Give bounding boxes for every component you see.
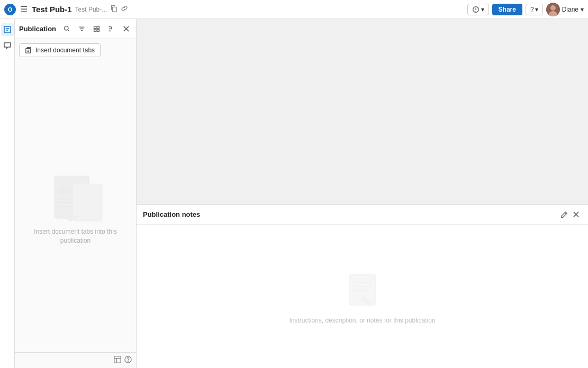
user-menu[interactable]: Diane ▾ [546,3,584,16]
svg-point-3 [550,5,556,11]
notes-empty-illustration [341,269,384,311]
filter-button[interactable] [76,23,87,35]
help-button[interactable]: ? ▾ [526,4,543,15]
empty-state-illustration: On [44,168,107,221]
help-label: ? [530,6,534,13]
sidebar-footer [15,352,136,368]
document-subtitle: Test Pub-... [75,6,107,13]
list-view-button[interactable] [91,23,102,35]
insert-btn-label: Insert document tabs [35,47,95,54]
svg-rect-18 [349,274,376,305]
user-name: Diane [562,6,578,13]
svg-rect-14 [73,184,102,221]
main-layout: Publication [0,19,588,368]
svg-rect-0 [113,7,117,12]
pub-notes-title: Publication notes [143,210,558,218]
svg-point-17 [128,362,129,362]
close-sidebar-button[interactable] [120,23,132,35]
user-chevron: ▾ [581,6,584,13]
comments-tab-icon[interactable] [1,39,14,52]
tree-view-button[interactable] [105,23,117,35]
insert-btn-area: Insert document tabs [15,39,136,61]
publication-notes-panel: Publication notes [137,204,588,368]
svg-rect-8 [97,26,99,29]
sidebar: Publication [15,19,137,368]
sidebar-header: Publication [15,19,136,39]
tools-chevron: ▾ [481,6,484,13]
sidebar-empty-state: On Insert document tabs into this public… [15,61,136,352]
svg-rect-7 [94,26,96,29]
document-title: Test Pub-1 [32,5,72,14]
svg-rect-5 [4,26,11,33]
app-logo: O [4,4,16,15]
publication-tab-icon[interactable] [1,23,14,36]
tools-button[interactable]: ▾ [467,4,489,15]
svg-rect-9 [94,29,96,31]
hamburger-menu[interactable]: ☰ [19,3,29,15]
layout-icon[interactable] [114,356,121,365]
search-button[interactable] [61,23,73,35]
svg-rect-15 [114,356,121,363]
insert-document-tabs-button[interactable]: Insert document tabs [19,43,101,57]
help-icon[interactable] [124,356,132,365]
content-area: Publication notes [137,19,588,368]
avatar [546,3,560,16]
svg-rect-10 [97,29,99,31]
svg-point-6 [64,26,68,30]
pub-notes-header: Publication notes [137,205,588,225]
share-button[interactable]: Share [492,4,522,15]
sidebar-title: Publication [19,25,58,33]
close-notes-button[interactable] [570,209,582,220]
link-icon[interactable] [121,5,128,14]
topbar: O ☰ Test Pub-1 Test Pub-... ▾ Share ? ▾ [0,0,588,19]
edit-notes-button[interactable] [558,209,570,220]
copy-icon[interactable] [110,5,117,14]
pub-notes-body: Instructions, description, or notes for … [137,225,588,368]
sidebar-empty-text: Insert document tabs into this publicati… [23,227,128,245]
left-icon-strip [0,19,15,368]
content-canvas [137,19,588,204]
pub-notes-empty-text: Instructions, description, or notes for … [289,317,435,324]
svg-text:On: On [60,186,73,197]
help-chevron: ▾ [535,6,538,13]
